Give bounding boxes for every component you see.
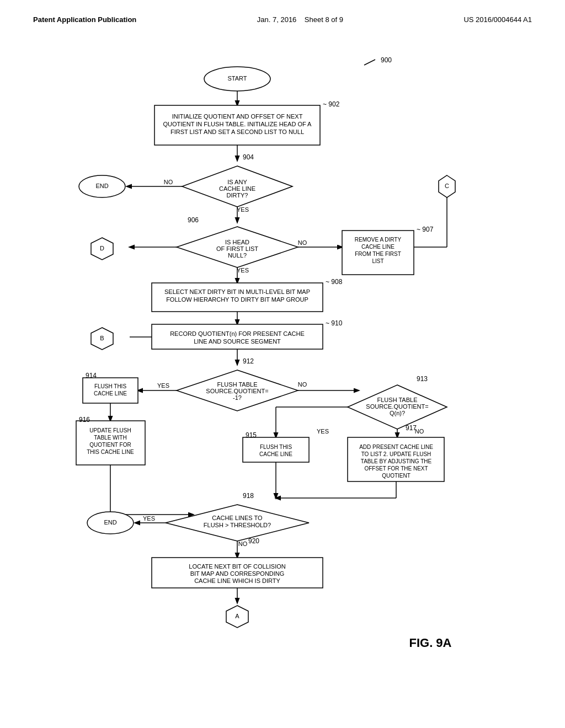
node-915-text2: CACHE LINE [259,451,292,457]
node-912-num: 912 [243,357,254,365]
node-906-text2: OF FIRST LIST [216,245,258,252]
node-917-text3: TABLE BY ADJUSTING THE [361,458,432,464]
node-907-text2: CACHE LINE [361,244,395,250]
node-916-num: 916 [79,416,90,424]
node-907-text3: FROM THE FIRST [355,251,401,257]
page: Patent Application Publication Jan. 7, 2… [0,0,565,728]
node-906-num: 906 [188,216,199,224]
node-913-num: 913 [417,375,428,383]
node-908-num: ~ 908 [326,278,343,286]
connector-a-label: A [235,613,239,619]
node-914-text2: CACHE LINE [94,390,127,397]
node-916-text1: UPDATE FLUSH [89,427,131,433]
node-920-text1: LOCATE NEXT BIT OF COLLISION [189,563,285,570]
node-912-text3: -1? [233,394,242,401]
label-yes-913: YES [317,428,329,435]
node-902-text1: INITIALIZE QUOTIENT AND OFFSET OF NEXT [172,113,303,120]
figure-label: FIG. 9A [409,636,451,650]
header: Patent Application Publication Jan. 7, 2… [0,0,565,29]
label-yes-918: YES [143,515,155,522]
node-904-text1: IS ANY [227,179,247,185]
node-912-text2: SOURCE.QUOTIENT= [206,388,268,394]
label-no-912: NO [298,381,307,388]
connector-c-label: C [445,183,449,189]
node-913-text3: Q(n)? [390,410,405,416]
node-918-text2: FLUSH > THRESHOLD? [204,522,271,528]
end-label-1: END [95,183,108,189]
node-917-text2: TO LIST 2. UPDATE FLUSH [361,451,431,457]
node-917-text4: OFFSET FOR THE NEXT [364,465,428,472]
node-920-text2: BIT MAP AND CORRESPONDING [190,570,285,577]
node-904-text2: CACHE LINE [219,185,255,192]
node-916-text4: THIS CACHE LINE [87,449,134,455]
node-917-text1: ADD PRESENT CACHE LINE [359,444,433,450]
node-918-num: 918 [243,492,254,500]
label-no-918: NO [238,540,248,547]
diagram-area: 900 START INITIALIZE QUOTIENT AND OFFSET… [0,35,565,713]
node-907-text4: LIST [372,258,383,264]
node-915-num: 915 [246,431,257,439]
node-902-text2: QUOTIENT IN FLUSH TABLE. INITIALIZE HEAD… [163,121,312,127]
node-916-text3: QUOTIENT FOR [89,442,131,448]
label-yes-912: YES [157,382,169,389]
node-913-text2: SOURCE.QUOTIENT= [366,403,428,410]
node-910-text2: LINE AND SOURCE SEGMENT [194,338,281,345]
figure-number: 900 [381,56,392,64]
node-907-text1: REMOVE A DIRTY [355,237,402,243]
node-920-num: 920 [248,537,259,545]
node-917-num: 917 [406,424,417,432]
label-no-904: NO [164,179,173,185]
node-915-text1: FLUSH THIS [260,444,292,450]
node-913-text1: FLUSH TABLE [377,397,418,403]
node-914-text1: FLUSH THIS [94,383,126,389]
end-label-2: END [104,519,116,526]
node-906-text3: NULL? [228,252,247,259]
connector-b-label: B [100,335,104,341]
node-902-num: ~ 902 [323,100,340,108]
node-908-text1: SELECT NEXT DIRTY BIT IN MULTI-LEVEL BIT… [164,288,310,295]
header-right: US 2016/0004644 A1 [463,15,532,24]
label-no-906: NO [298,239,307,246]
node-908-text2: FOLLOW HIERARCHY TO DIRTY BIT MAP GROUP [166,296,308,303]
label-yes-906: YES [237,267,249,274]
node-912-text1: FLUSH TABLE [217,381,258,388]
node-910-text1: RECORD QUOTIENT(n) FOR PRESENT CACHE [170,330,305,337]
node-902-text3: FIRST LIST AND SET A SECOND LIST TO NULL [170,129,304,135]
header-center: Jan. 7, 2016 Sheet 8 of 9 [257,15,343,24]
node-906-text1: IS HEAD [225,239,249,245]
label-yes-904: YES [237,206,249,213]
connector-d-label: D [100,245,104,251]
node-907-num: ~ 907 [417,226,434,233]
start-label: START [227,75,247,82]
node-917-text5: QUOTIENT [382,473,411,479]
node-904-text3: DIRTY? [227,192,248,199]
node-920-text3: CACHE LINE WHICH IS DIRTY [194,577,280,584]
node-904-num: 904 [243,153,254,161]
node-916-text2: TABLE WITH [94,435,126,441]
node-918-text1: CACHE LINES TO [212,515,263,521]
node-914-num: 914 [86,372,97,379]
header-left: Patent Application Publication [33,15,136,24]
node-910-num: ~ 910 [326,319,343,327]
